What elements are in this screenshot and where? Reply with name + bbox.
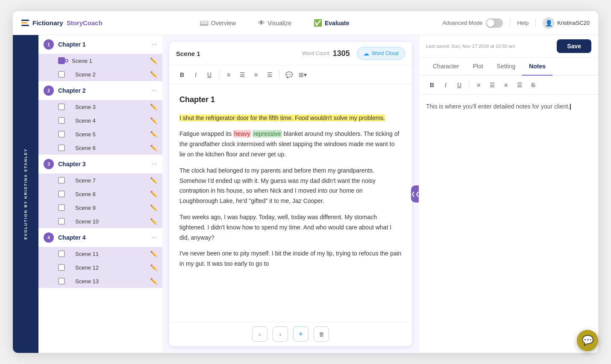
- nav-evaluate[interactable]: ✅ Evaluate: [309, 16, 354, 29]
- scene-edit-icon-5[interactable]: ✏️: [150, 131, 157, 138]
- scene-edit-icon-9[interactable]: ✏️: [150, 204, 157, 211]
- scene-item-4[interactable]: Scene 4 ✏️: [38, 114, 162, 127]
- scene-edit-icon-6[interactable]: ✏️: [150, 144, 157, 151]
- scene-checkbox-12[interactable]: [58, 264, 65, 271]
- chapter-title-2: Chapter 2: [58, 87, 152, 94]
- align-justify-button[interactable]: ☰: [264, 69, 276, 81]
- paragraph-2: Fatigue wrapped its heavy repressive bla…: [179, 129, 402, 159]
- scene-item-10[interactable]: Scene 10 ✏️: [38, 214, 162, 228]
- scene-edit-icon-12[interactable]: ✏️: [150, 264, 157, 271]
- scene-item-13[interactable]: Scene 13 ✏️: [38, 274, 162, 288]
- scene-item-9[interactable]: Scene 9 ✏️: [38, 201, 162, 214]
- add-scene-button[interactable]: +: [293, 326, 308, 342]
- notes-underline-button[interactable]: U: [453, 79, 465, 91]
- scene-checkbox-3[interactable]: [58, 103, 65, 110]
- scene-checkbox-7[interactable]: [58, 177, 65, 184]
- next-scene-button[interactable]: ›: [273, 326, 288, 342]
- notes-align-right-button[interactable]: ≡: [500, 79, 512, 91]
- scene-item-6[interactable]: Scene 6 ✏️: [38, 141, 162, 155]
- notes-align-justify-button[interactable]: ☰: [514, 79, 526, 91]
- italic-button[interactable]: I: [190, 69, 202, 81]
- scene-checkbox-1[interactable]: [58, 57, 65, 64]
- chapter-header-1[interactable]: 1 Chapter 1 ···: [38, 35, 162, 54]
- notes-align-center-button[interactable]: ☰: [486, 79, 498, 91]
- scene-edit-icon-1[interactable]: ✏️: [150, 57, 157, 64]
- scene-edit-icon-13[interactable]: ✏️: [150, 278, 157, 285]
- bold-button[interactable]: B: [176, 69, 188, 81]
- top-nav: Fictionary StoryCoach 📖 Overview 👁 Visua…: [13, 11, 598, 35]
- scene-item-11[interactable]: Scene 11 ✏️: [38, 247, 162, 261]
- center-panel: Scene 1 Word Count 1305 ☁ Word Cloud B I…: [162, 35, 419, 353]
- nav-overview[interactable]: 📖 Overview: [196, 16, 240, 29]
- nav-visualize[interactable]: 👁 Visualize: [254, 17, 296, 29]
- notes-bold-button[interactable]: B: [426, 79, 438, 91]
- logo-line-2: [21, 22, 27, 23]
- scene-checkbox-8[interactable]: [58, 191, 65, 197]
- more-options-button[interactable]: ⊞▾: [297, 69, 308, 81]
- notes-content[interactable]: This is where you'll enter detailed note…: [419, 95, 598, 353]
- notes-strikethrough-button[interactable]: S: [527, 79, 539, 91]
- toggle-switch[interactable]: [486, 18, 503, 28]
- chapter-more-2[interactable]: ···: [152, 87, 157, 94]
- chapter-header-2[interactable]: 2 Chapter 2 ···: [38, 81, 162, 100]
- scene-checkbox-10[interactable]: [58, 218, 65, 225]
- scene-checkbox-2[interactable]: [58, 71, 65, 78]
- scene-checkbox-5[interactable]: [58, 131, 65, 138]
- scene-edit-icon-10[interactable]: ✏️: [150, 218, 157, 225]
- notes-align-left-button[interactable]: ≡: [473, 79, 485, 91]
- scene-item-7[interactable]: Scene 7 ✏️: [38, 173, 162, 187]
- scene-item-8[interactable]: Scene 8 ✏️: [38, 187, 162, 201]
- comment-button[interactable]: 💬: [283, 69, 295, 81]
- tab-plot[interactable]: Plot: [466, 58, 490, 76]
- scene-checkbox-9[interactable]: [58, 204, 65, 211]
- chapter-title-1: Chapter 1: [58, 41, 152, 48]
- chapter-more-3[interactable]: ···: [152, 160, 157, 168]
- word-count-area: Word Count 1305: [302, 49, 350, 58]
- scene-checkbox-11[interactable]: [58, 250, 65, 257]
- chapter-header-3[interactable]: 3 Chapter 3 ···: [38, 155, 162, 173]
- scene-item-2[interactable]: Scene 2 ✏️: [38, 68, 162, 81]
- word-count-label: Word Count: [302, 50, 329, 56]
- paragraph-1: I shut the refrigerator door for the fif…: [179, 113, 402, 123]
- scene-item-1[interactable]: Scene 1 ✏️: [38, 54, 162, 68]
- scene-checkbox-4[interactable]: [58, 117, 65, 124]
- align-left-button[interactable]: ≡: [223, 69, 235, 81]
- scene-edit-icon-3[interactable]: ✏️: [150, 103, 157, 110]
- scene-item-3[interactable]: Scene 3 ✏️: [38, 100, 162, 114]
- scene-checkbox-13[interactable]: [58, 278, 65, 285]
- notes-italic-button[interactable]: I: [440, 79, 452, 91]
- tab-notes[interactable]: Notes: [522, 58, 552, 76]
- collapse-panel-button[interactable]: ❮❮: [411, 185, 419, 203]
- right-panel: Last saved: Sun, Nov 17 2019 at 10:50 am…: [419, 35, 598, 353]
- scene-edit-icon-2[interactable]: ✏️: [150, 71, 157, 78]
- scene-item-12[interactable]: Scene 12 ✏️: [38, 261, 162, 274]
- chapter-more-1[interactable]: ···: [152, 41, 157, 48]
- scene-name-7: Scene 7: [75, 177, 150, 184]
- chapter-number-4: 4: [44, 232, 54, 243]
- user-menu[interactable]: 👤 KristinaSC20: [543, 17, 590, 29]
- save-button[interactable]: Save: [557, 39, 591, 53]
- scene-item-5[interactable]: Scene 5 ✏️: [38, 127, 162, 141]
- eye-icon: 👁: [258, 19, 265, 27]
- align-center-button[interactable]: ☰: [236, 69, 248, 81]
- scene-edit-icon-11[interactable]: ✏️: [150, 250, 157, 257]
- prev-scene-button[interactable]: ‹: [252, 326, 267, 342]
- chapter-header-4[interactable]: 4 Chapter 4 ···: [38, 228, 162, 247]
- tab-character[interactable]: Character: [426, 58, 466, 76]
- underline-button[interactable]: U: [203, 69, 215, 81]
- chapter-number-3: 3: [44, 159, 54, 169]
- scene-checkbox-6[interactable]: [58, 144, 65, 151]
- logo-coach: StoryCoach: [67, 19, 103, 26]
- scene-edit-icon-4[interactable]: ✏️: [150, 117, 157, 124]
- word-cloud-button[interactable]: ☁ Word Cloud: [357, 47, 405, 60]
- delete-scene-button[interactable]: 🗑: [314, 326, 329, 342]
- chapter-more-4[interactable]: ···: [152, 234, 157, 241]
- chat-button[interactable]: 💬: [577, 330, 598, 351]
- scene-edit-icon-7[interactable]: ✏️: [150, 177, 157, 184]
- align-right-button[interactable]: ≡: [250, 69, 262, 81]
- scene-edit-icon-8[interactable]: ✏️: [150, 191, 157, 197]
- scene-name-12: Scene 12: [75, 264, 150, 271]
- tab-setting[interactable]: Setting: [490, 58, 523, 76]
- help-link[interactable]: Help: [517, 20, 529, 26]
- editor-content[interactable]: Chapter 1 I shut the refrigerator door f…: [169, 85, 412, 322]
